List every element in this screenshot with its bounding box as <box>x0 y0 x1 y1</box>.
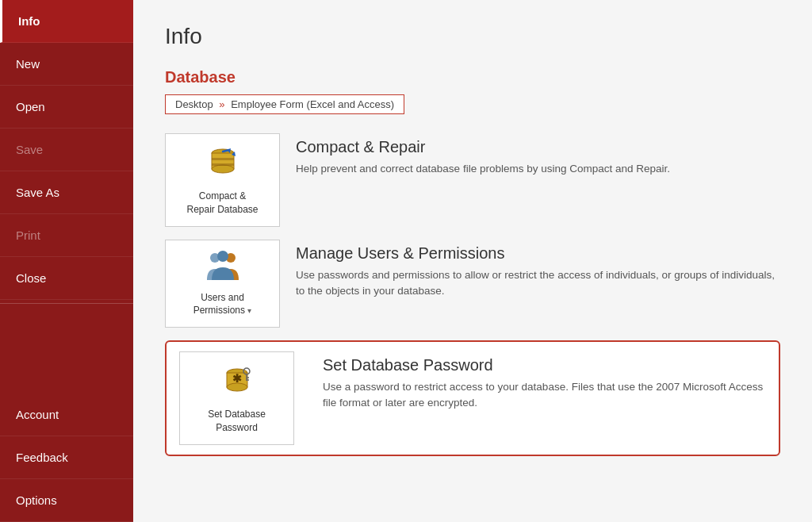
compact-repair-title: Compact & Repair <box>296 138 780 156</box>
svg-text:✱: ✱ <box>232 372 242 385</box>
sidebar-item-close[interactable]: Close <box>0 257 133 300</box>
svg-point-8 <box>217 251 228 262</box>
sidebar-item-save-as[interactable]: Save As <box>0 171 133 214</box>
users-permissions-label: Users andPermissions ▾ <box>193 291 252 318</box>
sidebar-item-options[interactable]: Options <box>0 479 133 522</box>
sidebar-item-print: Print <box>0 214 133 257</box>
users-permissions-content: Manage Users & Permissions Use passwords… <box>296 240 780 300</box>
set-password-content: Set Database Password Use a password to … <box>310 351 766 412</box>
breadcrumb-part2: Employee Form (Excel and Access) <box>231 98 394 110</box>
sidebar-item-save: Save <box>0 129 133 171</box>
sidebar-item-new[interactable]: New <box>0 43 133 86</box>
compact-repair-card: Compact &Repair Database Compact & Repai… <box>165 133 780 227</box>
set-password-icon-box[interactable]: ✱ Set DatabasePassword <box>179 351 294 445</box>
breadcrumb-separator: » <box>219 98 224 110</box>
svg-point-2 <box>212 165 234 173</box>
sidebar-item-open[interactable]: Open <box>0 86 133 129</box>
svg-rect-4 <box>212 163 234 166</box>
compact-repair-desc: Help prevent and correct database file p… <box>296 161 780 177</box>
set-password-label: Set DatabasePassword <box>208 408 266 435</box>
breadcrumb: Desktop » Employee Form (Excel and Acces… <box>165 94 404 114</box>
sidebar-item-feedback[interactable]: Feedback <box>0 436 133 479</box>
svg-rect-3 <box>212 158 234 160</box>
users-permissions-icon-box[interactable]: Users andPermissions ▾ <box>165 240 280 328</box>
section-title: Database <box>165 68 780 86</box>
breadcrumb-part1: Desktop <box>175 98 213 110</box>
users-permissions-icon <box>204 250 242 285</box>
main-content: Info Database Desktop » Employee Form (E… <box>133 0 812 522</box>
page-title: Info <box>165 24 780 49</box>
sidebar-bottom: Account Feedback Options <box>0 393 133 522</box>
sidebar: Info New Open Save Save As Print Close A… <box>0 0 133 522</box>
dropdown-arrow-icon: ▾ <box>247 306 251 315</box>
compact-repair-icon-box[interactable]: Compact &Repair Database <box>165 133 280 227</box>
users-permissions-title: Manage Users & Permissions <box>296 244 780 263</box>
set-password-card: ✱ Set DatabasePassword Set Database Pass… <box>165 340 780 456</box>
compact-repair-label: Compact &Repair Database <box>186 190 258 217</box>
sidebar-item-info[interactable]: Info <box>0 0 133 43</box>
set-password-icon: ✱ <box>220 362 255 401</box>
sidebar-divider <box>0 303 133 304</box>
compact-repair-icon <box>205 144 240 183</box>
users-permissions-card: Users andPermissions ▾ Manage Users & Pe… <box>165 240 780 328</box>
compact-repair-content: Compact & Repair Help prevent and correc… <box>296 133 780 177</box>
set-password-desc: Use a password to restrict access to you… <box>323 379 766 412</box>
sidebar-item-account[interactable]: Account <box>0 393 133 436</box>
set-password-title: Set Database Password <box>323 356 766 374</box>
users-permissions-desc: Use passwords and permissions to allow o… <box>296 267 780 300</box>
